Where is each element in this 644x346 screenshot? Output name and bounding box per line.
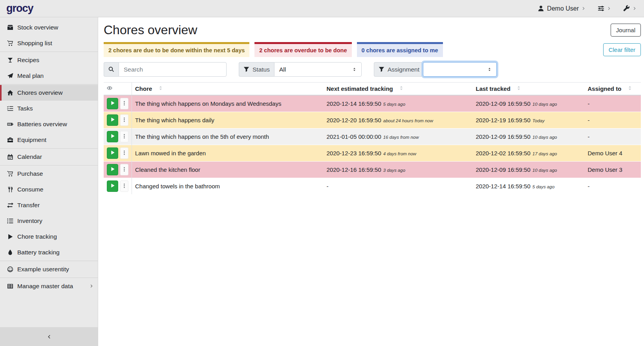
chore-context-menu-button[interactable] (120, 180, 128, 192)
select-arrows-icon (352, 67, 357, 72)
last-tracked-cell: 2020-12-09 16:59:5010 days ago (473, 162, 585, 178)
sidebar-item-label: Example userentity (17, 266, 69, 273)
sliders-icon (598, 5, 604, 12)
sidebar-item-stock-overview[interactable]: Stock overview (0, 20, 98, 35)
chore-context-menu-button[interactable] (120, 98, 128, 109)
sidebar-item-label: Battery tracking (17, 249, 60, 256)
search-group (104, 62, 227, 77)
user-menu[interactable]: Demo User (538, 5, 586, 12)
relative-time-label: 10 days ago (532, 135, 557, 140)
assignment-filter-prepend: Assignment (374, 62, 424, 77)
play-icon (6, 234, 14, 240)
app-logo[interactable]: grocy (6, 2, 33, 15)
sidebar-divider (0, 84, 98, 85)
track-chore-execution-button[interactable] (107, 164, 118, 175)
chore-row: The thing which happens daily2020-12-20 … (104, 112, 641, 129)
ellipsis-v-icon (122, 117, 127, 123)
next-estimated-tracking-cell: 2020-12-23 16:59:504 days from now (324, 145, 473, 162)
chore-context-menu-button[interactable] (120, 147, 128, 159)
ellipsis-v-icon (122, 101, 127, 107)
sidebar-item-inventory[interactable]: Inventory (0, 213, 98, 229)
search-icon (108, 66, 114, 72)
chore-name-cell: The thing which happens on the 5th of ev… (132, 129, 324, 145)
sidebar-item-battery-tracking[interactable]: Battery tracking (0, 245, 98, 260)
sidebar-item-calendar[interactable]: Calendar (0, 149, 98, 165)
chevron-right-icon (633, 6, 637, 11)
track-chore-execution-button[interactable] (107, 98, 118, 109)
sidebar-item-transfer[interactable]: Transfer (0, 197, 98, 213)
sidebar-divider (0, 261, 98, 261)
chore-context-menu-button[interactable] (120, 131, 128, 142)
play-icon (110, 134, 115, 140)
relative-time-label: 10 days ago (532, 168, 557, 173)
assignment-filter-group: Assignment (374, 62, 497, 77)
sidebar-item-label: Chores overview (17, 89, 62, 96)
select-arrows-icon (487, 67, 492, 72)
clear-filter-button[interactable]: Clear filter (603, 43, 641, 56)
shopping-cart-icon (6, 40, 14, 46)
status-filter-select[interactable]: All (274, 62, 362, 77)
last-tracked-cell: 2020-12-02 16:59:5017 days ago (473, 145, 585, 162)
journal-button[interactable]: Journal (611, 24, 641, 37)
sort-icon (158, 85, 163, 91)
sidebar-item-consume[interactable]: Consume (0, 182, 98, 197)
filter-icon (243, 66, 249, 72)
chore-context-menu-button[interactable] (120, 114, 128, 126)
column-header-assigned-to[interactable]: Assigned to (585, 83, 641, 96)
chore-row: The thing which happens on the 5th of ev… (104, 129, 641, 145)
track-chore-execution-button[interactable] (107, 147, 118, 159)
sidebar-item-label: Meal plan (17, 72, 44, 79)
sidebar-item-chore-tracking[interactable]: Chore tracking (0, 229, 98, 245)
sidebar-item-purchase[interactable]: Purchase (0, 166, 98, 182)
sidebar-item-equipment[interactable]: Equipment (0, 132, 98, 148)
track-chore-execution-button[interactable] (107, 131, 118, 142)
assigned-to-cell: - (585, 129, 641, 145)
table-icon (6, 283, 14, 289)
banner-info: 0 chores are assigned to me (357, 42, 443, 57)
sort-icon (627, 85, 633, 91)
settings-menu[interactable] (598, 5, 611, 12)
sidebar-item-label: Purchase (17, 170, 43, 177)
sidebar-collapse-button[interactable] (0, 327, 98, 346)
sidebar-nav: Stock overviewShopping listRecipesMeal p… (0, 17, 98, 294)
sidebar-item-chores-overview[interactable]: Chores overview (0, 85, 98, 101)
sidebar-divider (0, 52, 98, 52)
play-icon (110, 101, 115, 107)
sidebar-item-manage-master-data[interactable]: Manage master data (0, 278, 98, 294)
relative-time-label: 17 days ago (532, 151, 557, 156)
ellipsis-v-icon (122, 134, 127, 140)
column-header-next-estimated-tracking[interactable]: Next estimated tracking (324, 83, 473, 96)
toolbox-icon (6, 137, 14, 143)
column-header-last-tracked[interactable]: Last tracked (473, 83, 585, 96)
sort-icon (516, 85, 521, 91)
track-chore-execution-button[interactable] (107, 114, 118, 126)
relative-time-label: 5 days ago (532, 184, 554, 189)
assignment-filter-select[interactable] (423, 62, 497, 77)
search-input[interactable] (119, 62, 227, 77)
sidebar-item-shopping-list[interactable]: Shopping list (0, 35, 98, 51)
sidebar-item-label: Consume (17, 186, 43, 193)
admin-menu[interactable] (623, 5, 637, 12)
sidebar-item-label: Shopping list (17, 40, 52, 47)
shopping-cart-icon (6, 171, 14, 177)
column-visibility-header[interactable] (104, 83, 132, 96)
list-icon (6, 218, 14, 224)
sidebar-item-batteries-overview[interactable]: Batteries overview (0, 116, 98, 132)
sidebar-item-example-userentity[interactable]: Example userentity (0, 261, 98, 277)
sidebar-item-tasks[interactable]: Tasks (0, 101, 98, 116)
wrench-icon (623, 5, 630, 12)
status-filter-label: Status (252, 66, 270, 73)
sidebar-item-recipes[interactable]: Recipes (0, 52, 98, 68)
sidebar-item-label: Tasks (17, 105, 33, 112)
status-filter-prepend: Status (239, 62, 274, 77)
track-chore-execution-button[interactable] (107, 180, 118, 192)
relative-time-label: 5 days ago (383, 102, 405, 107)
chore-context-menu-button[interactable] (120, 164, 128, 175)
column-header-chore[interactable]: Chore (132, 83, 324, 96)
last-tracked-cell: 2020-12-14 16:59:505 days ago (473, 178, 585, 195)
sidebar-item-meal-plan[interactable]: Meal plan (0, 68, 98, 84)
chevron-right-icon (607, 6, 611, 11)
next-estimated-tracking-cell: 2020-12-16 16:59:503 days ago (324, 162, 473, 178)
last-tracked-cell: 2020-12-09 16:59:5010 days ago (473, 129, 585, 145)
relative-time-label: 10 days ago (532, 102, 557, 107)
